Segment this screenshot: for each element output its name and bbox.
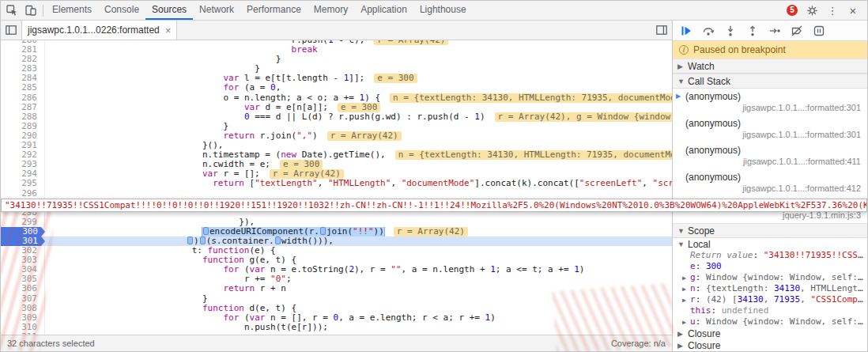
tab-sources[interactable]: Sources bbox=[145, 1, 193, 20]
line-number[interactable]: 308 bbox=[1, 304, 45, 313]
call-stack-section-header[interactable]: ▼ Call Stack bbox=[673, 74, 867, 89]
code-text[interactable]: n.push(t(e[r])); bbox=[45, 323, 672, 332]
code-text[interactable]: } bbox=[45, 294, 672, 304]
code-text[interactable]: n.timestamp = (new Date).getTime(),n = {… bbox=[45, 150, 672, 160]
step-icon[interactable] bbox=[764, 22, 785, 40]
inspect-icon[interactable] bbox=[2, 2, 21, 20]
line-number[interactable]: 299 bbox=[1, 218, 45, 227]
inline-eval-badge: r = Array(42) bbox=[394, 227, 468, 237]
variable-value: 34130 bbox=[774, 283, 800, 293]
code-text[interactable]: return ["textLength", "HTMLLength", "doc… bbox=[45, 179, 672, 188]
settings-gear-icon[interactable] bbox=[802, 2, 821, 20]
chevron-right-icon[interactable]: ▶ bbox=[682, 317, 690, 327]
chevron-right-icon[interactable]: ▶ bbox=[682, 273, 690, 283]
scope-variable[interactable]: ▶u: Window {window: Window, self: Window… bbox=[673, 316, 867, 327]
scope-variable[interactable]: ▶n: {textLength: 34130, HTMLLength: 7193… bbox=[673, 283, 867, 294]
scope-variable[interactable]: ▶r: (42) [34130, 71935, "CSS1Compat", …] bbox=[673, 294, 867, 305]
sidebar-toggle-icon[interactable] bbox=[651, 21, 672, 40]
code-text[interactable]: )(s.container.width())), bbox=[45, 237, 672, 246]
code-text[interactable] bbox=[45, 189, 672, 199]
scope-section-header[interactable]: ▼ Scope bbox=[673, 223, 867, 238]
code-text[interactable]: var d = e[n[a]];e = 300 bbox=[45, 103, 672, 112]
call-stack-frame[interactable]: (anonymous)jigsawpc.1.0.1...:formatted:3… bbox=[673, 115, 867, 142]
frame-location[interactable]: jigsawpc.1.0.1...:formatted:301 bbox=[676, 129, 861, 141]
chevron-right-icon[interactable]: ▶ bbox=[682, 284, 690, 294]
frame-location[interactable]: jigsawpc.1.0.1...:formatted:411 bbox=[676, 156, 861, 168]
kebab-menu-icon[interactable]: ⋮ bbox=[823, 2, 842, 20]
tab-memory[interactable]: Memory bbox=[308, 1, 354, 20]
frame-location[interactable]: jigsawpc.1.0.1...:formatted:301 bbox=[676, 102, 861, 114]
watch-section-header[interactable]: ▶ Watch bbox=[673, 59, 867, 74]
step-over-icon[interactable] bbox=[698, 22, 719, 40]
device-toolbar-icon[interactable] bbox=[21, 2, 40, 20]
code-text[interactable]: o = n.length; a < o; a += 1) {n = {textL… bbox=[45, 93, 672, 103]
step-out-icon[interactable] bbox=[742, 22, 763, 40]
scope-variable[interactable]: ▶g: Window {window: Window, self: Window… bbox=[673, 272, 867, 283]
navigator-toggle-icon[interactable] bbox=[1, 21, 21, 40]
scope-section-closure-2[interactable]: ▶Closure bbox=[673, 339, 867, 351]
scope-variable[interactable]: this: undefined bbox=[673, 305, 867, 316]
code-text[interactable]: for (var n = e.toString(2), r = "", a = … bbox=[45, 265, 672, 274]
scope-variable[interactable]: Return value: "34130!!71935!!CSS1Compat!… bbox=[673, 250, 867, 261]
code-text[interactable]: t: function(e) { bbox=[45, 246, 672, 255]
code-text[interactable] bbox=[45, 332, 672, 335]
close-icon[interactable]: × bbox=[843, 2, 862, 20]
line-number[interactable]: 306 bbox=[1, 284, 45, 293]
inline-breakpoint-marker[interactable] bbox=[187, 237, 193, 244]
tab-close-icon[interactable]: × bbox=[165, 25, 172, 36]
code-text[interactable]: function g(e, t) { bbox=[45, 255, 672, 265]
line-number[interactable]: 301 bbox=[1, 237, 45, 246]
code-text[interactable]: var l = e[t[t.length - 1]];e = 300 bbox=[45, 74, 672, 83]
line-number[interactable]: 296 bbox=[1, 189, 45, 199]
tab-network[interactable]: Network bbox=[193, 1, 240, 20]
code-text[interactable]: break bbox=[45, 45, 672, 55]
frame-location[interactable]: jigsawpc.1.0.1...:formatted:412 bbox=[676, 183, 861, 195]
code-text[interactable]: r += "0"; bbox=[45, 274, 672, 284]
step-into-icon[interactable] bbox=[720, 22, 741, 40]
code-text[interactable]: for (var n = [], r = 0, a = e.length; r … bbox=[45, 313, 672, 323]
code-text[interactable]: } bbox=[45, 55, 672, 64]
code-text[interactable]: n.cwidth = e;e = 300 bbox=[45, 160, 672, 169]
error-count-badge[interactable]: 5 bbox=[787, 5, 798, 16]
tab-lighthouse[interactable]: Lighthouse bbox=[413, 1, 473, 20]
line-number[interactable]: 311 bbox=[1, 332, 45, 335]
line-number[interactable]: 295 bbox=[1, 179, 45, 188]
line-number[interactable]: 309 bbox=[1, 313, 45, 323]
inline-breakpoint-marker[interactable] bbox=[200, 237, 206, 244]
pause-on-exceptions-icon[interactable] bbox=[809, 22, 829, 40]
file-tab[interactable]: jigsawpc.1.0.1...0226:formatted × bbox=[21, 21, 177, 40]
code-text[interactable]: var r = [];r = Array(42) bbox=[45, 169, 672, 179]
code-text[interactable]: return r + n bbox=[45, 284, 672, 293]
inline-breakpoint-marker[interactable] bbox=[203, 227, 209, 235]
line-number[interactable]: 300 bbox=[1, 227, 45, 237]
code-text[interactable]: return r.join(",")r = Array(42) bbox=[45, 131, 672, 141]
line-number[interactable]: 285 bbox=[1, 83, 45, 93]
code-text[interactable]: encodeURIComponent(r.join("!!"))r = Arra… bbox=[45, 227, 672, 237]
resume-icon[interactable] bbox=[676, 22, 696, 40]
call-stack-frame[interactable]: (anonymous)jigsawpc.1.0.1...:formatted:4… bbox=[673, 142, 867, 169]
scope-variable[interactable]: e: 300 bbox=[673, 261, 867, 272]
tab-performance[interactable]: Performance bbox=[240, 1, 308, 20]
code-text[interactable]: } bbox=[45, 122, 672, 131]
call-stack-frame[interactable]: ▶(anonymous)jigsawpc.1.0.1...:formatted:… bbox=[673, 89, 867, 115]
inline-breakpoint-marker[interactable] bbox=[275, 237, 281, 244]
line-number[interactable]: 286 bbox=[1, 93, 45, 103]
scope-section-closure-1[interactable]: ▶Closure bbox=[673, 327, 867, 339]
line-number[interactable]: 307 bbox=[1, 294, 45, 304]
tab-application[interactable]: Application bbox=[354, 1, 413, 20]
code-text[interactable]: 0 === d || L(d) ? r.push(g.wd) : r.push(… bbox=[45, 112, 672, 122]
tab-elements[interactable]: Elements bbox=[46, 1, 98, 20]
chevron-right-icon[interactable]: ▶ bbox=[682, 295, 690, 305]
code-text[interactable]: function d(e, t) { bbox=[45, 304, 672, 313]
code-text[interactable]: } bbox=[45, 64, 672, 74]
call-stack-frame[interactable]: (anonymous)jigsawpc.1.0.1...:formatted:4… bbox=[673, 169, 867, 196]
deactivate-breakpoints-icon[interactable] bbox=[787, 22, 807, 40]
code-text[interactable]: for (a = 0, bbox=[45, 83, 672, 93]
code-text[interactable]: }(), bbox=[45, 141, 672, 150]
inline-breakpoint-marker[interactable] bbox=[320, 227, 326, 235]
tab-console[interactable]: Console bbox=[98, 1, 145, 20]
code-text[interactable]: }), bbox=[45, 218, 672, 227]
scope-section-local[interactable]: ▼Local bbox=[673, 238, 867, 250]
line-number[interactable]: 287 bbox=[1, 103, 45, 112]
code-editor[interactable]: 280r.push(1 - c),r = Array(42)281break28… bbox=[1, 40, 672, 335]
